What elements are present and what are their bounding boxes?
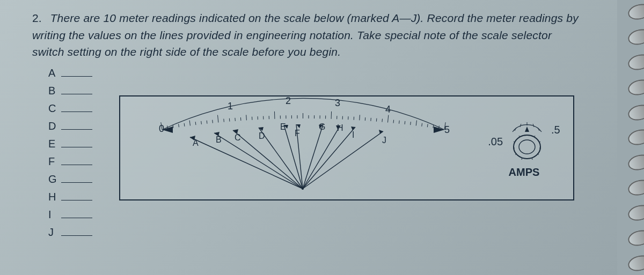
- needle-label-F: F: [295, 129, 300, 138]
- svg-line-6: [195, 122, 196, 125]
- answer-letter-F: F: [48, 155, 60, 168]
- svg-line-4: [184, 123, 185, 127]
- answer-letter-I: I: [48, 209, 60, 221]
- blank-I[interactable]: [61, 211, 92, 218]
- needle-label-A: A: [193, 138, 199, 147]
- answer-row: A: [48, 67, 585, 85]
- blank-D[interactable]: [61, 122, 92, 130]
- answer-letter-D: D: [48, 120, 60, 132]
- svg-line-45: [416, 121, 416, 126]
- needle-label-E: E: [280, 122, 286, 131]
- selector-knob: [508, 120, 546, 163]
- answer-letter-G: G: [48, 173, 60, 185]
- svg-marker-76: [525, 127, 529, 132]
- svg-line-35: [360, 115, 360, 120]
- needle-label-G: G: [319, 122, 325, 131]
- svg-line-51: [190, 137, 303, 189]
- svg-line-47: [427, 124, 428, 127]
- svg-line-59: [303, 127, 355, 189]
- scale-1: 1: [228, 101, 233, 112]
- meter-scale: 0 1 2 3 4 5: [120, 96, 496, 202]
- spiral-binding: [618, 0, 644, 275]
- svg-line-46: [422, 123, 422, 127]
- svg-line-60: [303, 131, 383, 189]
- svg-line-5: [189, 121, 190, 126]
- blank-B[interactable]: [61, 87, 92, 94]
- blank-F[interactable]: [61, 158, 92, 165]
- question-number: 2.: [32, 12, 42, 24]
- page: 2. There are 10 meter readings indicated…: [0, 0, 617, 275]
- question-block: 2. There are 10 meter readings indicated…: [32, 10, 585, 61]
- scale-4: 4: [385, 104, 391, 115]
- svg-line-41: [393, 120, 394, 123]
- blank-G[interactable]: [61, 175, 92, 183]
- needle-label-B: B: [216, 135, 222, 144]
- svg-line-58: [303, 125, 340, 189]
- blank-J[interactable]: [61, 228, 92, 236]
- svg-line-2: [173, 125, 173, 128]
- selector: .05: [488, 120, 560, 179]
- scale-3: 3: [335, 98, 340, 108]
- scale-0: 0: [159, 123, 164, 134]
- svg-point-78: [519, 140, 535, 154]
- answer-letter-J: J: [48, 226, 60, 239]
- svg-marker-70: [379, 130, 383, 134]
- answer-letter-C: C: [48, 102, 60, 115]
- answer-row: I: [48, 209, 585, 226]
- svg-point-77: [514, 135, 540, 159]
- blank-A[interactable]: [61, 69, 92, 77]
- selector-unit: AMPS: [488, 166, 560, 179]
- svg-line-44: [411, 122, 411, 125]
- selector-right-value: .5: [551, 124, 560, 136]
- selector-left-value: .05: [488, 136, 503, 148]
- svg-line-9: [213, 120, 213, 123]
- answer-row: J: [48, 226, 585, 244]
- blank-H[interactable]: [61, 193, 92, 200]
- needle-label-D: D: [259, 131, 265, 140]
- svg-line-48: [433, 125, 434, 128]
- needle-label-H: H: [337, 123, 343, 132]
- blank-E[interactable]: [61, 140, 92, 147]
- svg-line-39: [382, 119, 383, 122]
- svg-line-10: [218, 115, 218, 123]
- svg-line-53: [233, 130, 303, 189]
- svg-line-43: [405, 121, 405, 124]
- svg-line-57: [303, 124, 323, 189]
- answer-letter-A: A: [48, 67, 60, 79]
- answer-letter-B: B: [48, 85, 60, 97]
- svg-line-7: [201, 121, 202, 124]
- svg-line-52: [214, 133, 303, 189]
- question-text: There are 10 meter readings indicated on…: [32, 12, 579, 58]
- scale-5: 5: [444, 124, 450, 135]
- answer-letter-E: E: [48, 138, 60, 150]
- svg-line-11: [224, 119, 224, 122]
- svg-line-3: [179, 124, 179, 127]
- needle-label-I: I: [352, 130, 354, 139]
- svg-line-42: [399, 121, 400, 124]
- svg-line-40: [387, 115, 388, 123]
- needle-label-C: C: [235, 133, 241, 142]
- answer-letter-H: H: [48, 191, 60, 203]
- blank-C[interactable]: [61, 105, 92, 112]
- svg-line-15: [246, 115, 247, 120]
- needle-label-J: J: [382, 136, 386, 145]
- svg-line-8: [207, 121, 207, 124]
- scale-2: 2: [286, 96, 291, 106]
- meter-panel: 0 1 2 3 4 5: [119, 95, 574, 200]
